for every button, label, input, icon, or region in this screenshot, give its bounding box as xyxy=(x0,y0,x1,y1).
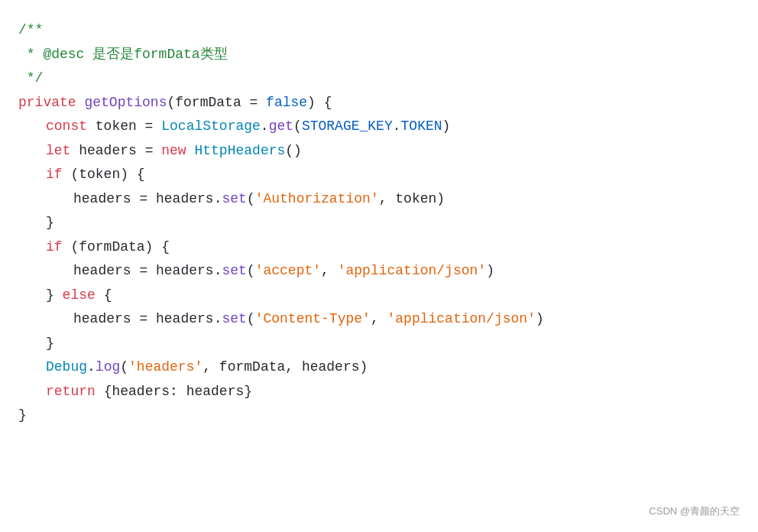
comment-desc: * @desc 是否是formData类型 xyxy=(18,43,228,67)
code-line-12: } else { xyxy=(18,284,740,308)
code-line-17: } xyxy=(18,404,740,428)
code-block: /** * @desc 是否是formData类型 */ private get… xyxy=(0,18,758,428)
kw-const: const xyxy=(46,115,96,139)
method-get: get xyxy=(269,115,293,139)
method-log: log xyxy=(96,355,120,380)
comma: , token) xyxy=(379,187,445,212)
cond-formData: (formData) { xyxy=(70,235,170,260)
watermark: CSDN @青颜的天空 xyxy=(649,503,740,520)
code-line-8: headers = headers.set('Authorization', t… xyxy=(18,187,740,212)
str-content-type: 'Content-Type' xyxy=(255,307,371,332)
paren3: ( xyxy=(247,259,255,284)
method-set2: set xyxy=(222,259,246,284)
code-line-10: if (formData) { xyxy=(18,235,740,260)
headers-assign2: headers = headers. xyxy=(73,259,222,284)
code-container: /** * @desc 是否是formData类型 */ private get… xyxy=(0,0,758,532)
var-token: token = xyxy=(96,115,161,139)
paren5: ( xyxy=(247,307,255,332)
dot2: . xyxy=(393,115,401,139)
cls-HttpHeaders: HttpHeaders xyxy=(194,139,285,164)
cls-Debug: Debug xyxy=(46,355,87,380)
brace-close2: } xyxy=(46,284,63,308)
fn-getOptions: getOptions xyxy=(84,91,167,115)
paren-close: ) xyxy=(442,115,451,139)
val-false: false xyxy=(266,91,307,115)
watermark-author: @青颜的天空 xyxy=(680,505,740,517)
kw-new: new xyxy=(161,139,194,164)
code-line-1: /** xyxy=(18,18,740,43)
watermark-site: CSDN xyxy=(649,505,677,517)
comment-close: */ xyxy=(18,66,43,91)
str-Authorization: 'Authorization' xyxy=(255,187,379,212)
dot3: . xyxy=(87,355,96,380)
code-line-14: } xyxy=(18,332,740,356)
dot: . xyxy=(261,115,269,139)
code-line-16: return {headers: headers} xyxy=(18,380,740,404)
headers-assign3: headers = headers. xyxy=(73,307,222,332)
code-line-4: private getOptions(formData = false) { xyxy=(18,91,740,115)
method-set3: set xyxy=(222,307,246,332)
comment-open: /** xyxy=(18,18,43,43)
kw-private: private xyxy=(18,91,84,115)
code-line-7: if (token) { xyxy=(18,163,740,187)
code-line-3: */ xyxy=(18,66,740,91)
kw-if: if xyxy=(46,163,70,187)
code-line-6: let headers = new HttpHeaders() xyxy=(18,139,740,164)
var-headers2: headers = headers. xyxy=(73,187,222,212)
kw-return: return xyxy=(46,380,104,404)
cond-token: (token) { xyxy=(70,163,144,187)
paren: ( xyxy=(293,115,302,139)
code-line-13: headers = headers.set('Content-Type', 'a… xyxy=(18,307,740,332)
paren7: ( xyxy=(120,355,128,380)
str-headers: 'headers' xyxy=(128,355,202,380)
code-line-2: * @desc 是否是formData类型 xyxy=(18,43,740,67)
str-appjson1: 'application/json' xyxy=(338,259,486,284)
paren-open: ( xyxy=(167,91,175,115)
kw-let: let xyxy=(46,139,79,164)
code-line-15: Debug.log('headers', formData, headers) xyxy=(18,355,740,380)
comma4: , formData, headers) xyxy=(202,355,368,380)
brace-open2: { xyxy=(96,284,112,308)
method-set: set xyxy=(222,187,246,212)
paren6: ) xyxy=(536,307,544,332)
brace-final: } xyxy=(18,404,27,428)
param-formData: formData xyxy=(175,91,241,115)
cls-LocalStorage: LocalStorage xyxy=(161,115,261,139)
code-line-11: headers = headers.set('accept', 'applica… xyxy=(18,259,740,284)
str-appjson2: 'application/json' xyxy=(387,307,536,332)
brace-close3: } xyxy=(46,332,54,356)
comma2: , xyxy=(321,259,338,284)
kw-if2: if xyxy=(46,235,70,260)
var-headers: headers = xyxy=(79,139,161,164)
paren-close: ) { xyxy=(307,91,332,115)
code-line-5: const token = LocalStorage.get(STORAGE_K… xyxy=(18,115,740,139)
code-line-9: } xyxy=(18,211,740,235)
parens: () xyxy=(285,139,302,164)
paren4: ) xyxy=(486,259,494,284)
comma3: , xyxy=(371,307,387,332)
kw-else: else xyxy=(63,284,96,308)
const-STORAGE_KEY: STORAGE_KEY xyxy=(302,115,393,139)
equals: = xyxy=(241,91,266,115)
str-accept: 'accept' xyxy=(255,259,321,284)
return-val: {headers: headers} xyxy=(104,380,252,404)
const-TOKEN: TOKEN xyxy=(401,115,442,139)
paren-open2: ( xyxy=(247,187,255,212)
brace-close: } xyxy=(46,211,54,235)
